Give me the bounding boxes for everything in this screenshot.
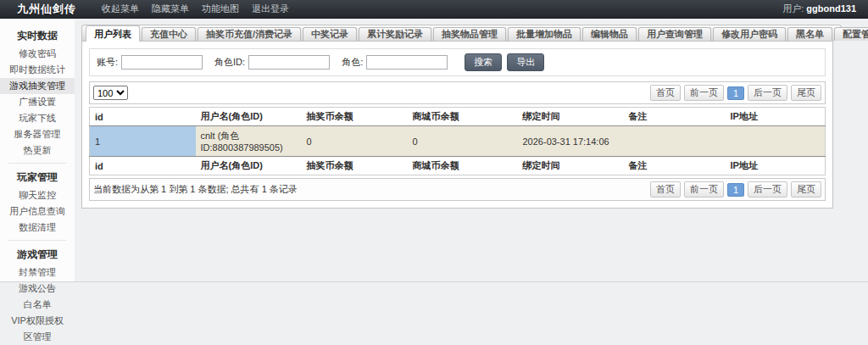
sidebar-section-realtime-data: 实时数据 <box>0 25 75 46</box>
content-area: 用户列表 充值中心 抽奖币充值/消费记录 中奖记录 累计奖励记录 抽奖物品管理 … <box>75 19 868 281</box>
tab-edit-item[interactable]: 编辑物品 <box>582 27 637 41</box>
current-page-button[interactable]: 1 <box>727 183 744 197</box>
cell-ip-address <box>726 126 826 157</box>
grid-toolbar: 100 首页 前一页 1 后一页 尾页 <box>89 81 826 104</box>
sidebar-item-user-info-query[interactable]: 用户信息查询 <box>0 203 75 220</box>
footer-column-id: id <box>90 157 196 175</box>
role-id-label: 角色ID: <box>214 56 245 69</box>
last-page-button[interactable]: 尾页 <box>791 85 821 101</box>
menu-logout[interactable]: 退出登录 <box>252 3 289 15</box>
sidebar-item-chat-monitor[interactable]: 聊天监控 <box>0 187 75 203</box>
first-page-button[interactable]: 首页 <box>650 85 681 101</box>
cell-remark <box>624 126 726 157</box>
sidebar-item-game-announcement[interactable]: 游戏公告 <box>0 281 75 297</box>
user-label: 用户: <box>782 3 804 14</box>
sidebar-item-data-cleanup[interactable]: 数据清理 <box>0 220 75 236</box>
next-page-button[interactable]: 后一页 <box>748 181 787 198</box>
search-bar: 账号: 角色ID: 角色: 搜索 导出 <box>89 48 826 76</box>
username: ggbond131 <box>806 3 856 14</box>
role-label: 角色: <box>342 56 363 69</box>
sidebar-item-hot-update[interactable]: 热更新 <box>0 142 75 159</box>
tab-blacklist[interactable]: 黑名单 <box>787 27 832 41</box>
search-button[interactable]: 搜索 <box>465 53 502 71</box>
table-row[interactable]: 1 cnlt (角色ID:8800387989505) 0 0 2026-03-… <box>90 126 826 157</box>
tab-recharge-center[interactable]: 充值中心 <box>142 27 196 41</box>
sidebar-item-server-management[interactable]: 服务器管理 <box>0 126 75 142</box>
app-logo: 九州仙剑传 <box>17 2 76 17</box>
sidebar-item-player-offline[interactable]: 玩家下线 <box>0 110 75 126</box>
pagination-top: 首页 前一页 1 后一页 尾页 <box>647 85 821 101</box>
tab-user-query-management[interactable]: 用户查询管理 <box>638 27 711 41</box>
tab-lottery-item-management[interactable]: 抽奖物品管理 <box>433 27 506 41</box>
topbar: 九州仙剑传 收起菜单 隐藏菜单 功能地图 退出登录 用户:ggbond131 <box>0 0 868 19</box>
first-page-button[interactable]: 首页 <box>650 181 681 198</box>
user-list-panel: 账号: 角色ID: 角色: 搜索 导出 100 首页 前一页 1 后一页 <box>81 41 833 209</box>
last-page-button[interactable]: 尾页 <box>791 181 821 198</box>
role-input[interactable] <box>366 55 448 70</box>
current-page-button[interactable]: 1 <box>727 86 744 100</box>
sidebar-section-player-management: 玩家管理 <box>0 167 75 187</box>
account-label: 账号: <box>97 56 118 69</box>
cell-id: 1 <box>90 126 196 157</box>
sidebar: 实时数据 修改密码 即时数据统计 游戏抽奖管理 广播设置 玩家下线 服务器管理 … <box>0 19 75 281</box>
tab-cumulative-reward-records[interactable]: 累计奖励记录 <box>359 27 431 41</box>
export-button[interactable]: 导出 <box>507 53 544 71</box>
sidebar-item-realtime-stats[interactable]: 即时数据统计 <box>0 62 75 78</box>
footer-column-bind-time: 绑定时间 <box>518 157 624 175</box>
table-footer-header-row: id 用户名(角色ID) 抽奖币余额 商城币余额 绑定时间 备注 IP地址 <box>90 157 826 175</box>
prev-page-button[interactable]: 前一页 <box>684 181 724 198</box>
tab-config-management[interactable]: 配置管理 <box>834 27 868 41</box>
footer-column-remark: 备注 <box>624 157 726 175</box>
cell-lottery-coin-balance: 0 <box>302 126 408 157</box>
main-wrapper: 实时数据 修改密码 即时数据统计 游戏抽奖管理 广播设置 玩家下线 服务器管理 … <box>0 19 868 282</box>
footer-column-lottery-coin-balance: 抽奖币余额 <box>302 157 408 175</box>
column-mall-coin-balance[interactable]: 商城币余额 <box>408 108 518 126</box>
user-table: id 用户名(角色ID) 抽奖币余额 商城币余额 绑定时间 备注 IP地址 1 … <box>89 107 826 175</box>
account-input[interactable] <box>121 55 203 70</box>
sidebar-section-game-management: 游戏管理 <box>0 244 75 264</box>
column-lottery-coin-balance[interactable]: 抽奖币余额 <box>302 108 408 126</box>
sidebar-divider <box>8 240 66 241</box>
menu-hide-menu[interactable]: 隐藏菜单 <box>152 3 189 15</box>
footer-column-username: 用户名(角色ID) <box>196 157 302 175</box>
grid-footer: 当前数据为从第 1 到第 1 条数据; 总共有 1 条记录 首页 前一页 1 后… <box>89 178 826 201</box>
top-menu: 收起菜单 隐藏菜单 功能地图 退出登录 <box>102 3 289 15</box>
column-bind-time[interactable]: 绑定时间 <box>518 108 624 126</box>
role-id-input[interactable] <box>248 55 330 70</box>
cell-mall-coin-balance: 0 <box>408 126 518 157</box>
sidebar-item-lottery-management[interactable]: 游戏抽奖管理 <box>0 78 75 94</box>
sidebar-item-ban-management[interactable]: 封禁管理 <box>0 264 75 281</box>
page-bottom-area <box>0 282 868 344</box>
tab-strip: 用户列表 充值中心 抽奖币充值/消费记录 中奖记录 累计奖励记录 抽奖物品管理 … <box>81 25 842 41</box>
column-id[interactable]: id <box>90 108 196 126</box>
record-summary: 当前数据为从第 1 到第 1 条数据; 总共有 1 条记录 <box>93 183 298 196</box>
menu-collapse-sidebar[interactable]: 收起菜单 <box>102 3 139 15</box>
column-username[interactable]: 用户名(角色ID) <box>196 108 302 126</box>
tab-batch-add-items[interactable]: 批量增加物品 <box>508 27 581 41</box>
cell-username: cnlt (角色ID:8800387989505) <box>196 126 302 157</box>
sidebar-divider <box>8 163 66 164</box>
next-page-button[interactable]: 后一页 <box>748 85 787 101</box>
tab-change-user-password[interactable]: 修改用户密码 <box>713 27 786 41</box>
menu-function-map[interactable]: 功能地图 <box>202 3 239 15</box>
sidebar-item-zone-management[interactable]: 区管理 <box>0 329 75 345</box>
current-user: 用户:ggbond131 <box>782 3 856 15</box>
page-size-select[interactable]: 100 <box>93 86 128 100</box>
footer-column-mall-coin-balance: 商城币余额 <box>408 157 518 175</box>
pagination-bottom: 首页 前一页 1 后一页 尾页 <box>647 181 821 198</box>
sidebar-item-whitelist[interactable]: 白名单 <box>0 297 75 313</box>
column-remark[interactable]: 备注 <box>624 108 726 126</box>
prev-page-button[interactable]: 前一页 <box>684 85 724 101</box>
tab-user-list[interactable]: 用户列表 <box>86 25 140 42</box>
sidebar-item-vip-authorization[interactable]: VIP权限授权 <box>0 313 75 329</box>
sidebar-item-broadcast-settings[interactable]: 广播设置 <box>0 94 75 110</box>
column-ip-address[interactable]: IP地址 <box>726 108 826 126</box>
tab-winning-records[interactable]: 中奖记录 <box>303 27 357 41</box>
cell-bind-time: 2026-03-31 17:14:06 <box>518 126 624 157</box>
sidebar-item-change-password[interactable]: 修改密码 <box>0 46 75 62</box>
footer-column-ip-address: IP地址 <box>726 157 826 175</box>
table-header-row: id 用户名(角色ID) 抽奖币余额 商城币余额 绑定时间 备注 IP地址 <box>90 108 826 126</box>
tab-lottery-coin-records[interactable]: 抽奖币充值/消费记录 <box>198 27 301 41</box>
